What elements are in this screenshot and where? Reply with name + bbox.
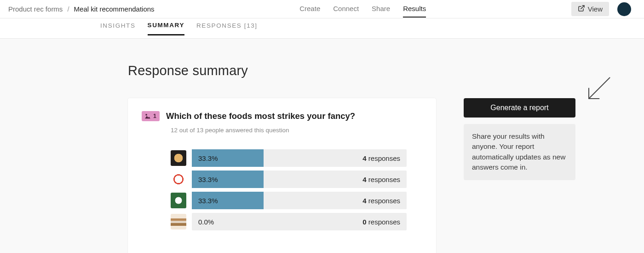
nav-share[interactable]: Share [372, 0, 390, 18]
option-thumbnail [171, 214, 186, 229]
top-bar: Product rec forms / Meal kit recommendat… [0, 0, 644, 18]
question-text: Which of these foods most strikes your f… [166, 111, 355, 121]
tab-responses[interactable]: RESPONSES [13] [196, 22, 258, 35]
option-thumbnail [171, 171, 186, 187]
avatar[interactable] [617, 2, 631, 16]
option-thumbnail [171, 193, 186, 208]
option-bar: 33.3%4 responses [192, 149, 407, 167]
option-percent: 33.3% [198, 197, 218, 205]
option-bar: 0.0%0 responses [192, 213, 407, 230]
option-list: 33.3%4 responses33.3%4 responses33.3%4 r… [171, 149, 407, 230]
tab-insights[interactable]: INSIGHTS [100, 22, 136, 35]
view-button[interactable]: View [571, 2, 609, 16]
topbar-right: View [571, 2, 631, 16]
page-title: Response summary [128, 63, 436, 85]
option-row: 33.3%4 responses [171, 171, 407, 188]
option-percent: 33.3% [198, 154, 218, 162]
option-bar: 33.3%4 responses [192, 171, 407, 188]
option-percent: 0.0% [198, 218, 214, 226]
generate-report-button[interactable]: Generate a report [464, 98, 575, 118]
option-row: 0.0%0 responses [171, 213, 407, 230]
breadcrumb-sep: / [67, 5, 69, 13]
option-count: 4 responses [362, 154, 400, 162]
svg-line-0 [581, 6, 584, 9]
external-link-icon [578, 5, 585, 13]
svg-marker-2 [145, 116, 150, 118]
question-answered-count: 12 out of 13 people answered this questi… [171, 127, 407, 134]
option-row: 33.3%4 responses [171, 149, 407, 167]
view-button-label: View [588, 5, 603, 13]
right-rail: Generate a report Share your results wit… [464, 98, 644, 253]
option-count: 0 responses [362, 218, 400, 226]
option-count: 4 responses [362, 176, 400, 183]
breadcrumb: Product rec forms / Meal kit recommendat… [8, 5, 155, 13]
option-percent: 33.3% [198, 176, 218, 183]
question-header: 1 Which of these foods most strikes your… [142, 111, 407, 121]
svg-point-1 [145, 114, 147, 116]
option-row: 33.3%4 responses [171, 192, 407, 209]
annotation-arrow-icon [582, 73, 615, 107]
nav-connect[interactable]: Connect [333, 0, 359, 18]
primary-nav: Create Connect Share Results [155, 0, 571, 18]
sub-tabs: INSIGHTS SUMMARY RESPONSES [13] [0, 18, 644, 39]
option-bar: 33.3%4 responses [192, 192, 407, 209]
help-text: Share your results with anyone. Your rep… [464, 124, 575, 180]
tab-summary[interactable]: SUMMARY [148, 22, 184, 35]
nav-create[interactable]: Create [299, 0, 320, 18]
option-thumbnail [171, 150, 186, 166]
page: Response summary 1 Which of these foods … [0, 39, 644, 253]
question-number: 1 [153, 113, 156, 119]
question-type-badge: 1 [142, 111, 160, 121]
image-icon [144, 113, 151, 119]
question-card: 1 Which of these foods most strikes your… [128, 98, 436, 253]
nav-results[interactable]: Results [403, 0, 426, 18]
breadcrumb-parent[interactable]: Product rec forms [8, 5, 63, 13]
option-count: 4 responses [362, 197, 400, 205]
svg-line-3 [589, 78, 610, 99]
breadcrumb-current: Meal kit recommendations [74, 5, 155, 13]
